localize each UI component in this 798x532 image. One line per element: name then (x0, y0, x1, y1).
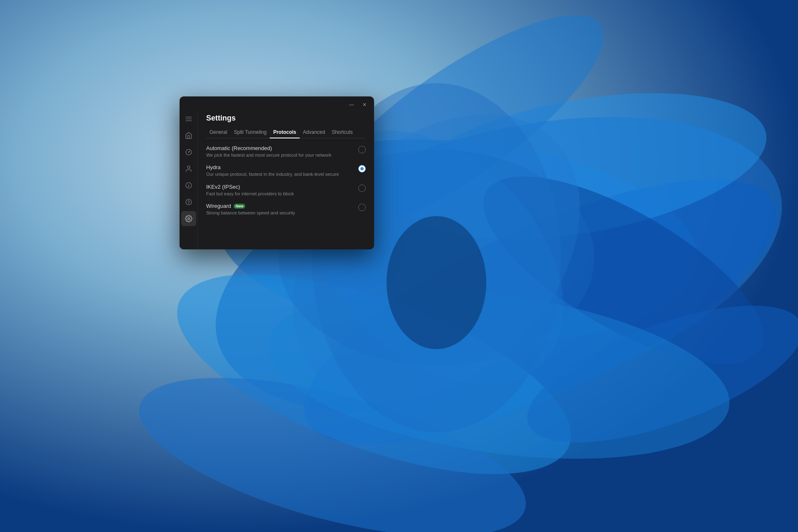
window-controls: — ✕ (347, 101, 369, 108)
desktop-background (0, 0, 798, 532)
svg-point-20 (188, 152, 189, 153)
window-body: Settings General Split Tunneling Protoco… (180, 110, 374, 249)
wallpaper-svg (0, 0, 798, 532)
tabs-bar: General Split Tunneling Protocols Advanc… (206, 127, 366, 138)
new-badge: New (234, 204, 246, 209)
user-icon (185, 165, 192, 172)
help-icon (185, 198, 192, 206)
tab-advanced[interactable]: Advanced (300, 127, 328, 138)
tab-split-tunneling[interactable]: Split Tunneling (231, 127, 270, 138)
sidebar-icon-help[interactable] (181, 195, 196, 209)
protocol-hydra[interactable]: Hydra Our unique protocol, fastest in th… (206, 164, 366, 177)
minimize-button[interactable]: — (347, 101, 357, 108)
protocol-wireguard[interactable]: Wireguard New Strong balance between spe… (206, 203, 366, 216)
title-bar: — ✕ (180, 96, 374, 110)
protocol-ikev2[interactable]: IKEv2 (IPSec) Fast but easy for internet… (206, 184, 366, 197)
svg-point-25 (186, 199, 192, 205)
tab-general[interactable]: General (206, 127, 231, 138)
sidebar-icon-menu[interactable] (181, 111, 196, 126)
sidebar-icon-settings[interactable] (181, 211, 196, 226)
svg-point-21 (187, 166, 190, 168)
sidebar-icon-info[interactable] (181, 178, 196, 193)
tab-shortcuts[interactable]: Shortcuts (328, 127, 356, 138)
sidebar-icon-speed[interactable] (181, 145, 196, 160)
info-icon (185, 182, 192, 189)
svg-point-15 (387, 216, 486, 349)
radio-wireguard[interactable] (358, 204, 366, 211)
svg-point-27 (187, 218, 190, 220)
settings-icon (185, 215, 192, 222)
main-content: Settings General Split Tunneling Protoco… (198, 110, 374, 249)
tab-protocols[interactable]: Protocols (270, 127, 299, 138)
speed-icon (185, 148, 192, 156)
protocol-automatic[interactable]: Automatic (Recommended) We pick the fast… (206, 145, 366, 158)
sidebar-icon-user[interactable] (181, 161, 196, 176)
sidebar (180, 110, 198, 249)
page-title: Settings (206, 110, 366, 127)
protocols-list: Automatic (Recommended) We pick the fast… (206, 145, 366, 241)
settings-window: — ✕ (180, 96, 374, 249)
close-button[interactable]: ✕ (360, 101, 369, 108)
sidebar-icon-home[interactable] (181, 128, 196, 143)
menu-icon (185, 115, 192, 123)
radio-ikev2[interactable] (358, 185, 366, 192)
radio-hydra[interactable] (358, 165, 366, 172)
radio-automatic[interactable] (358, 146, 366, 153)
home-icon (185, 132, 192, 139)
